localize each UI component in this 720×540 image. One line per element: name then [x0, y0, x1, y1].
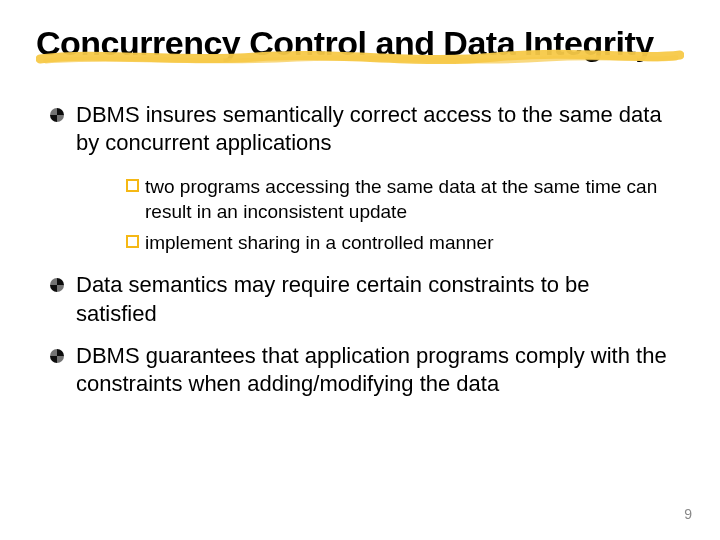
- slide-title: Concurrency Control and Data Integrity: [36, 24, 684, 63]
- sub-bullet-text: two programs accessing the same data at …: [145, 175, 670, 224]
- pinwheel-icon: [50, 108, 64, 122]
- page-number: 9: [684, 506, 692, 522]
- bullet-text: DBMS insures semantically correct access…: [76, 101, 670, 157]
- sub-bullet-group: two programs accessing the same data at …: [50, 171, 670, 271]
- bullet-item: Data semantics may require certain const…: [50, 271, 670, 327]
- slide: Concurrency Control and Data Integrity D…: [0, 0, 720, 540]
- bullet-item: DBMS guarantees that application program…: [50, 342, 670, 398]
- sub-bullet-item: implement sharing in a controlled manner: [126, 231, 670, 256]
- square-icon: [126, 235, 139, 248]
- svg-rect-0: [127, 180, 138, 191]
- bullet-text: Data semantics may require certain const…: [76, 271, 670, 327]
- title-wrap: Concurrency Control and Data Integrity: [0, 24, 720, 63]
- svg-rect-1: [127, 236, 138, 247]
- sub-bullet-item: two programs accessing the same data at …: [126, 175, 670, 224]
- pinwheel-icon: [50, 278, 64, 292]
- bullet-text: DBMS guarantees that application program…: [76, 342, 670, 398]
- slide-content: DBMS insures semantically correct access…: [0, 63, 720, 398]
- pinwheel-icon: [50, 349, 64, 363]
- sub-bullet-text: implement sharing in a controlled manner: [145, 231, 494, 256]
- bullet-item: DBMS insures semantically correct access…: [50, 101, 670, 157]
- square-icon: [126, 179, 139, 192]
